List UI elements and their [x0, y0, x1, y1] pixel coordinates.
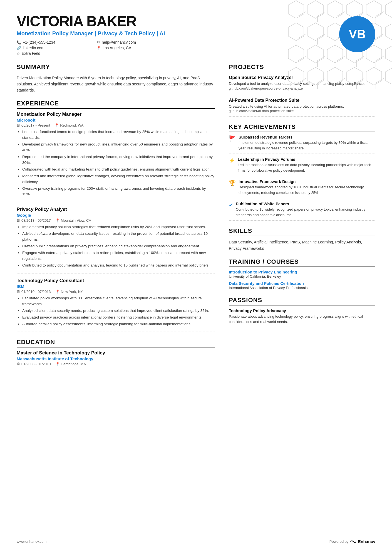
- enhancv-logo: Enhancv: [350, 539, 375, 544]
- powered-by-text: Powered by: [329, 539, 349, 544]
- calendar-icon-job3: 🗓: [17, 290, 20, 294]
- job-1-dates: 🗓 06/2017 - Present: [17, 123, 50, 127]
- achievement-3: 🏆 Innovative Framework Design Designed f…: [229, 179, 375, 198]
- resume-header: VICTORIA BAKER Monetization Policy Manag…: [17, 13, 375, 56]
- location-icon-job2: 📍: [55, 218, 60, 223]
- job-2-company: Google: [17, 213, 215, 218]
- experience-heading: EXPERIENCE: [17, 100, 215, 107]
- summary-heading: SUMMARY: [17, 63, 215, 71]
- job-1: Monetization Policy Manager Microsoft 🗓 …: [17, 112, 215, 202]
- edu-dates: 🗓 01/2008 - 01/2010: [17, 362, 51, 366]
- passion-title: Technology Policy Advocacy: [229, 308, 375, 313]
- bullet: Implemented privacy solution strategies …: [22, 224, 215, 230]
- training-2: Data Security and Policies Certification…: [229, 281, 375, 290]
- skills-divider: [229, 236, 375, 236]
- bullet: Advised software developers on data secu…: [22, 231, 215, 243]
- linkedin-icon: 🔗: [17, 46, 21, 50]
- achievement-2-desc: Led international discussions on data pr…: [238, 162, 375, 173]
- job-1-meta: 🗓 06/2017 - Present 📍 Redmond, WA: [17, 123, 215, 127]
- job-3-meta: 🗓 01/2010 - 07/2013 📍 New York, NY: [17, 290, 215, 294]
- achievement-2-icon: ⚡: [229, 157, 235, 164]
- footer-website: www.enhancv.com: [17, 539, 46, 544]
- bullet: Analyzed client data security needs, pro…: [22, 308, 215, 314]
- achievement-4-desc: Contributed to 15 widely recognized pape…: [236, 207, 375, 218]
- bullet: Engaged with external privacy stakeholde…: [22, 250, 215, 262]
- brand-name: Enhancv: [358, 539, 375, 544]
- edu-location: 📍 Cambridge, MA: [55, 362, 86, 366]
- bullet: Led cross-functional teams to design pol…: [22, 129, 215, 141]
- passions-heading: PASSIONS: [229, 297, 375, 304]
- job-3-bullets: Facilitated policy workshops with 30+ en…: [17, 295, 215, 327]
- job-3-dates: 🗓 01/2010 - 07/2013: [17, 290, 51, 294]
- location-icon: 📍: [96, 46, 101, 50]
- right-column: PROJECTS Open Source Privacy Analyzer De…: [229, 63, 375, 528]
- contact-phone: 📞 +1-(234)-555-1234: [17, 40, 85, 45]
- contact-email: @ help@enhancv.com: [96, 40, 165, 45]
- passions-divider: [229, 305, 375, 305]
- achievement-2: ⚡ Leadership in Privacy Forums Led inter…: [229, 157, 375, 176]
- bullet: Oversaw privacy training programs for 20…: [22, 186, 215, 198]
- contact-grid: 📞 +1-(234)-555-1234 @ help@enhancv.com 🔗…: [17, 40, 165, 56]
- achievement-1-desc: Implemented strategic revenue policies, …: [239, 140, 375, 151]
- project-2-link: github.com/vbaker/ai-data-protection-sui…: [229, 109, 375, 113]
- achievement-3-title: Innovative Framework Design: [239, 179, 375, 184]
- contact-location: 📍 Los Angeles, CA: [96, 46, 165, 50]
- education-entry: Master of Science in Technology Policy M…: [17, 350, 215, 366]
- location-icon-job3: 📍: [55, 290, 60, 294]
- education-divider: [17, 347, 215, 347]
- achievement-3-icon: 🏆: [229, 180, 236, 186]
- job-3-title: Technology Policy Consultant: [17, 278, 215, 283]
- edu-school: Massachusetts Institute of Technology: [17, 356, 215, 361]
- resume-page: VICTORIA BAKER Monetization Policy Manag…: [0, 0, 392, 555]
- candidate-name: VICTORIA BAKER: [17, 13, 165, 29]
- bullet: Represented the company in international…: [22, 154, 215, 166]
- achievement-4-icon: ✔: [229, 202, 233, 208]
- bullet: Monitored and interpreted global legisla…: [22, 173, 215, 185]
- bullet: Facilitated policy workshops with 30+ en…: [22, 295, 215, 307]
- job-1-company: Microsoft: [17, 118, 215, 122]
- job-1-title: Monetization Policy Manager: [17, 112, 215, 117]
- edu-meta: 🗓 01/2008 - 01/2010 📍 Cambridge, MA: [17, 362, 215, 366]
- training-2-name: Data Security and Policies Certification: [229, 281, 375, 286]
- summary-divider: [17, 72, 215, 72]
- avatar: VB: [339, 16, 375, 52]
- bullet: Developed privacy frameworks for new pro…: [22, 142, 215, 153]
- job-1-location: 📍 Redmond, WA: [54, 123, 83, 127]
- main-content: SUMMARY Driven Monetization Policy Manag…: [17, 63, 375, 528]
- bullet: Authored detailed policy assessments, in…: [22, 321, 215, 327]
- calendar-icon-job2: 🗓: [17, 218, 20, 223]
- job-2-location: 📍 Mountain View, CA: [55, 218, 91, 223]
- bullet: Crafted public presentations on privacy …: [22, 243, 215, 249]
- contact-extra: ☆ Extra Field: [17, 51, 85, 56]
- enhancv-icon: [350, 539, 357, 544]
- footer-brand: Powered by Enhancv: [329, 539, 375, 544]
- achievement-2-title: Leadership in Privacy Forums: [238, 157, 375, 162]
- job-3: Technology Policy Consultant IBM 🗓 01/20…: [17, 278, 215, 332]
- achievement-4-title: Publication of White Papers: [236, 202, 375, 206]
- skills-heading: SKILLS: [229, 227, 375, 235]
- achievement-1-icon: 🚩: [229, 135, 236, 142]
- passion-desc: Passionate about advancing technology po…: [229, 314, 375, 325]
- summary-text: Driven Monetization Policy Manager with …: [17, 75, 215, 93]
- bullet: Evaluated privacy practices across inter…: [22, 315, 215, 320]
- email-icon: @: [96, 40, 100, 45]
- header-info: VICTORIA BAKER Monetization Policy Manag…: [17, 13, 165, 56]
- job-2-meta: 🗓 08/2013 - 05/2017 📍 Mountain View, CA: [17, 218, 215, 223]
- contact-linkedin: 🔗 linkedin.com: [17, 46, 85, 50]
- job-3-company: IBM: [17, 284, 215, 289]
- training-heading: TRAINING / COURSES: [229, 258, 375, 265]
- training-2-org: International Association of Privacy Pro…: [229, 286, 375, 290]
- star-icon: ☆: [17, 51, 20, 56]
- location-icon-edu: 📍: [55, 362, 60, 366]
- job-1-bullets: Led cross-functional teams to design pol…: [17, 129, 215, 197]
- training-1-org: University of California, Berkeley: [229, 274, 375, 278]
- candidate-title: Monetization Policy Manager | Privacy & …: [17, 30, 165, 37]
- achievement-3-desc: Designed frameworks adopted by 100+ indu…: [239, 184, 375, 195]
- skills-text: Data Security, Artificial Intelligence, …: [229, 239, 375, 251]
- project-2-title: AI-Powered Data Protection Suite: [229, 98, 375, 103]
- training-divider: [229, 267, 375, 267]
- location-icon-job1: 📍: [54, 123, 59, 127]
- achievements-divider: [229, 132, 375, 132]
- job-3-location: 📍 New York, NY: [55, 290, 83, 294]
- training-1: Introduction to Privacy Engineering Univ…: [229, 270, 375, 278]
